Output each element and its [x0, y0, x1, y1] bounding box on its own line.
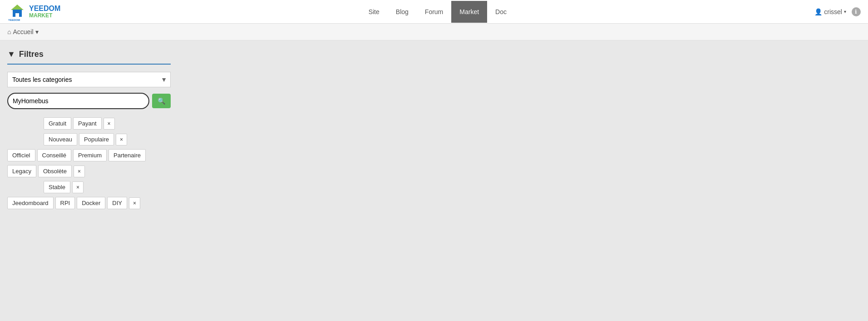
nav-doc[interactable]: Doc — [487, 1, 515, 23]
stability-filter-row: Stable × — [7, 181, 174, 193]
user-icon: 👤 — [814, 8, 822, 15]
legacy-filter-clear[interactable]: × — [74, 166, 85, 177]
svg-text:YEEDOM: YEEDOM — [8, 19, 20, 21]
sort-filter-row: Nouveau Populaire × — [7, 133, 174, 145]
top-nav: YEEDOM YEEDOM MARKET Site Blog Forum Mar… — [0, 0, 868, 24]
source-filter-row: Officiel Conseillé Premium Partenaire — [7, 149, 174, 161]
breadcrumb-home-label: Accueil — [13, 28, 33, 35]
filter-diy[interactable]: DIY — [107, 197, 127, 209]
price-filter-row: Gratuit Payant × — [7, 117, 174, 130]
search-input-wrapper — [7, 93, 149, 109]
search-icon: 🔍 — [158, 97, 165, 105]
filters-label: Filtres — [19, 50, 44, 59]
search-button[interactable]: 🔍 — [152, 94, 171, 108]
breadcrumb-bar: ⌂ Accueil ▾ — [0, 24, 868, 40]
logo-text-yeedom: YEEDOM — [29, 5, 60, 13]
filters-title: ▼ Filtres — [7, 50, 171, 65]
breadcrumb-chevron-icon: ▾ — [35, 28, 39, 35]
category-select-wrapper: Toutes les categories Plugins Widgets Sc… — [7, 72, 171, 87]
nav-right: 👤 crissel ▾ ℹ — [814, 7, 861, 16]
search-bar: 🔍 — [7, 93, 171, 109]
content-area — [182, 40, 868, 320]
logo-text-market: MARKET — [29, 13, 60, 19]
filter-gratuit[interactable]: Gratuit — [44, 117, 71, 130]
filter-rpi[interactable]: RPI — [55, 197, 75, 209]
filter-partenaire[interactable]: Partenaire — [108, 149, 146, 161]
search-input[interactable] — [7, 93, 149, 109]
user-name: crissel — [824, 8, 842, 15]
svg-rect-3 — [15, 13, 19, 17]
filter-officiel[interactable]: Officiel — [7, 149, 35, 161]
filter-obsolete[interactable]: Obsolète — [38, 165, 72, 177]
sort-filter-clear[interactable]: × — [116, 134, 127, 145]
info-button[interactable]: ℹ — [852, 7, 861, 16]
price-filter-clear[interactable]: × — [104, 118, 115, 130]
filter-icon: ▼ — [7, 50, 15, 59]
legacy-filter-row: Legacy Obsolète × — [7, 165, 174, 177]
filter-stable[interactable]: Stable — [44, 181, 70, 193]
filter-payant[interactable]: Payant — [73, 117, 101, 130]
nav-links: Site Blog Forum Market Doc — [360, 1, 515, 23]
filter-premium[interactable]: Premium — [73, 149, 107, 161]
main-layout: ▼ Filtres Toutes les categories Plugins … — [0, 40, 868, 320]
nav-market[interactable]: Market — [451, 1, 487, 23]
logo-area: YEEDOM YEEDOM MARKET — [7, 2, 60, 22]
user-menu[interactable]: 👤 crissel ▾ — [814, 8, 846, 15]
logo-icon: YEEDOM — [7, 2, 27, 22]
platform-filter-row: Jeedomboard RPI Docker DIY × — [7, 197, 174, 209]
stability-filter-clear[interactable]: × — [72, 181, 84, 193]
nav-forum[interactable]: Forum — [417, 1, 451, 23]
filter-docker[interactable]: Docker — [77, 197, 105, 209]
home-icon: ⌂ — [7, 28, 11, 35]
user-chevron-icon: ▾ — [844, 9, 846, 14]
filter-nouveau[interactable]: Nouveau — [44, 133, 77, 145]
filter-jeedomboard[interactable]: Jeedomboard — [7, 197, 54, 209]
filters-panel: ▼ Filtres Toutes les categories Plugins … — [0, 40, 182, 320]
breadcrumb-home[interactable]: ⌂ Accueil ▾ — [7, 28, 39, 35]
filter-conseille[interactable]: Conseillé — [37, 149, 71, 161]
filter-legacy[interactable]: Legacy — [7, 165, 36, 177]
nav-blog[interactable]: Blog — [388, 1, 417, 23]
filter-populaire[interactable]: Populaire — [79, 133, 114, 145]
platform-filter-clear[interactable]: × — [129, 197, 140, 209]
nav-site[interactable]: Site — [360, 1, 388, 23]
category-select[interactable]: Toutes les categories Plugins Widgets Sc… — [7, 72, 171, 87]
